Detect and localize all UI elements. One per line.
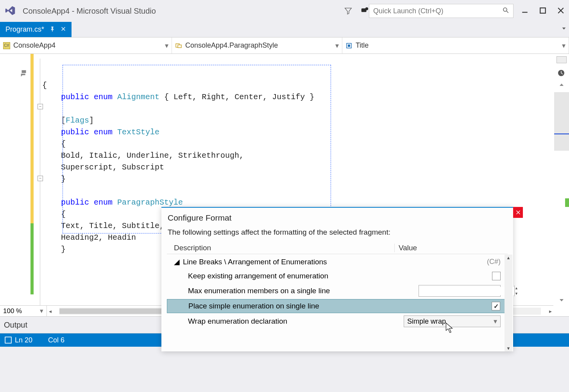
chevron-down-icon: ▾ — [562, 41, 565, 50]
nav-scope-project[interactable]: C# ConsoleApp4 ▾ — [0, 37, 172, 53]
svg-rect-13 — [348, 45, 350, 47]
max-members-input[interactable]: ▲▼ — [419, 285, 501, 297]
svg-point-2 — [503, 8, 507, 11]
popup-table-header: Description Value — [167, 242, 508, 254]
change-marker — [30, 65, 34, 225]
row-label: Max enumeration members on a single line — [188, 287, 403, 295]
funnel-icon[interactable] — [344, 7, 352, 15]
expand-icon[interactable]: ◢ — [174, 257, 180, 266]
row-place-single-line[interactable]: Place simple enumeration on single line — [167, 299, 508, 313]
svg-rect-11 — [178, 45, 181, 48]
document-map[interactable] — [554, 54, 569, 316]
checkbox-keep[interactable] — [492, 272, 501, 280]
clock-icon — [557, 69, 566, 78]
window-controls — [521, 7, 564, 15]
close-button[interactable] — [557, 7, 564, 15]
tab-overflow-icon[interactable] — [561, 26, 567, 32]
status-line: Ln 20 — [15, 336, 32, 344]
max-members-field[interactable] — [419, 287, 514, 295]
svg-rect-15 — [5, 337, 11, 343]
svg-line-3 — [506, 11, 508, 13]
chevron-down-icon: ▾ — [165, 41, 168, 50]
search-icon[interactable] — [502, 7, 509, 16]
row-label: Place simple enumeration on single line — [188, 302, 403, 310]
quick-launch-field[interactable] — [373, 7, 502, 15]
maximize-button[interactable] — [539, 7, 546, 15]
split-handle[interactable] — [556, 56, 567, 63]
editor-gutter: − − — [0, 54, 42, 316]
row-keep-arrangement[interactable]: Keep existing arrangement of enumeration — [167, 269, 508, 283]
tab-program-cs[interactable]: Program.cs* — [0, 22, 72, 37]
scroll-down-icon[interactable]: ▼ — [506, 346, 511, 351]
vs-logo-icon — [5, 5, 16, 17]
scrollbar-thumb[interactable] — [59, 308, 177, 314]
scroll-up-icon[interactable]: ▲ — [506, 255, 511, 260]
scroll-up-icon[interactable] — [559, 82, 564, 87]
header-description: Description — [174, 244, 394, 252]
member-icon — [345, 42, 352, 49]
popup-close-button[interactable] — [513, 207, 523, 218]
popup-title: Configure Format — [161, 208, 513, 226]
popup-scrollbar[interactable]: ▲ ▼ — [505, 255, 512, 351]
header-value: Value — [394, 244, 501, 252]
checkbox-place-single[interactable] — [492, 302, 500, 310]
row-max-members[interactable]: Max enumeration members on a single line… — [167, 283, 508, 299]
fold-guide — [40, 59, 40, 307]
row-wrap-declaration[interactable]: Wrap enumeration declaration Simple wrap… — [167, 313, 508, 330]
popup-rows: ◢ Line Breaks \ Arrangement of Enumerati… — [167, 254, 508, 330]
popup-section-header[interactable]: ◢ Line Breaks \ Arrangement of Enumerati… — [167, 254, 508, 269]
popup-description: The following settings affect the format… — [161, 226, 513, 242]
change-marker-saved — [30, 223, 34, 294]
section-label: Line Breaks \ Arrangement of Enumeration… — [183, 258, 327, 266]
nav-scope-member-label: Title — [356, 41, 369, 50]
chevron-down-icon: ▾ — [494, 317, 497, 326]
pin-icon[interactable] — [50, 25, 55, 34]
quick-launch-input[interactable] — [369, 4, 514, 18]
wrap-select-value: Simple wrap — [407, 317, 446, 326]
nav-scope-project-label: ConsoleApp4 — [13, 41, 55, 50]
app-title: ConsoleApp4 - Microsoft Visual Studio — [23, 7, 344, 16]
close-tab-icon[interactable] — [61, 25, 66, 34]
number-spinner[interactable]: ▲▼ — [514, 285, 518, 296]
tab-label: Program.cs* — [5, 25, 44, 34]
chevron-down-icon: ▾ — [335, 41, 339, 50]
status-col: Col 6 — [48, 336, 64, 344]
format-brush-icon[interactable] — [20, 69, 28, 78]
zoom-value: 100 % — [3, 307, 22, 315]
configure-format-popup: Configure Format The following settings … — [161, 207, 513, 351]
map-marker — [565, 198, 569, 207]
wrap-select[interactable]: Simple wrap ▾ — [404, 315, 501, 327]
status-icon: Ln 20 — [5, 336, 32, 344]
scroll-left-icon[interactable]: ◂ — [47, 308, 53, 315]
map-thumb[interactable] — [554, 92, 569, 151]
title-bar: ConsoleApp4 - Microsoft Visual Studio — [0, 0, 569, 22]
minimize-button[interactable] — [521, 7, 528, 15]
enum-icon — [175, 42, 182, 49]
nav-scope-type-label: ConsoleApp4.ParagraphStyle — [185, 41, 278, 50]
change-marker — [30, 54, 34, 65]
document-tab-bar: Program.cs* — [0, 22, 569, 37]
feedback-icon[interactable] — [360, 7, 369, 15]
svg-rect-5 — [540, 8, 546, 13]
map-caret — [554, 134, 569, 134]
section-lang: (C#) — [487, 258, 501, 266]
output-title: Output — [4, 321, 27, 330]
svg-point-1 — [365, 7, 368, 10]
navigation-bar: C# ConsoleApp4 ▾ ConsoleApp4.ParagraphSt… — [0, 37, 569, 54]
csharp-icon: C# — [3, 42, 10, 49]
chevron-down-icon: ▾ — [40, 307, 43, 315]
zoom-selector[interactable]: 100 % ▾ — [0, 306, 47, 316]
scroll-down-icon[interactable] — [559, 298, 564, 303]
titlebar-tools — [344, 7, 369, 15]
row-label: Keep existing arrangement of enumeration — [188, 272, 403, 280]
scroll-right-icon[interactable]: ▸ — [547, 308, 553, 315]
nav-scope-type[interactable]: ConsoleApp4.ParagraphStyle ▾ — [172, 37, 342, 53]
row-label: Wrap enumeration declaration — [188, 317, 403, 326]
nav-scope-member[interactable]: Title ▾ — [342, 37, 569, 53]
